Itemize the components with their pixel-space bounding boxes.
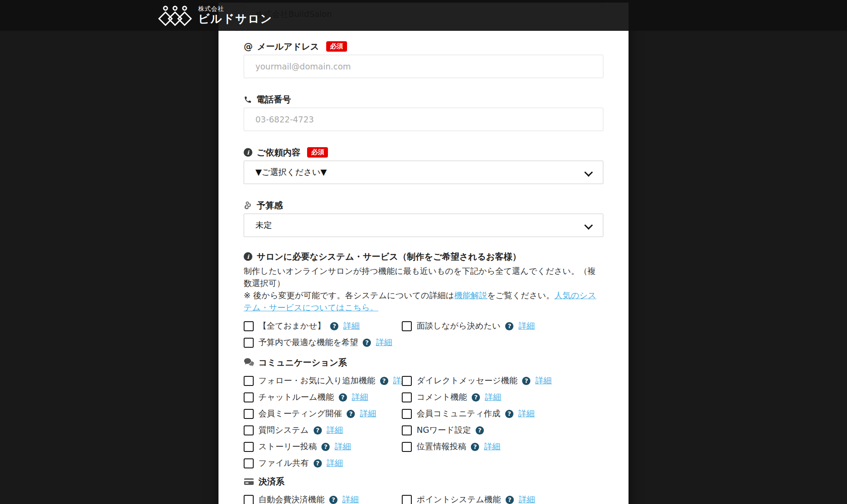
feature-checkbox[interactable]	[402, 409, 412, 419]
detail-link[interactable]: 詳細	[535, 375, 552, 386]
feature-item: チャットルーム機能 ? 詳細	[244, 389, 402, 405]
detail-link[interactable]: 詳細	[376, 337, 392, 348]
email-label: メールアドレス	[257, 41, 319, 53]
feature-item: 会員コミュニティ作成 ? 詳細	[402, 405, 603, 422]
feature-item: 自動会費決済機能 ? 詳細	[244, 491, 402, 504]
question-circle-icon[interactable]: ?	[522, 377, 530, 385]
budget-label-row: 予算感	[244, 200, 603, 211]
required-badge: 必須	[326, 41, 347, 52]
question-circle-icon[interactable]: ?	[363, 339, 371, 347]
feature-checkbox[interactable]	[402, 376, 412, 386]
detail-link[interactable]: 詳細	[485, 392, 501, 403]
question-circle-icon[interactable]: ?	[314, 426, 322, 435]
request-select[interactable]: ▼ご選択ください▼	[244, 161, 603, 184]
feature-checkbox[interactable]	[402, 392, 412, 402]
feature-label: 会員コミュニティ作成	[417, 408, 500, 419]
feature-label: 会員ミーティング開催	[258, 408, 342, 419]
detail-link[interactable]: 詳細	[342, 494, 359, 504]
feature-checkbox[interactable]	[244, 392, 254, 402]
logo-text: 株式会社 ビルドサロン	[198, 6, 273, 25]
feature-grid: 自動会費決済機能 ? 詳細 ポイントシステム機能 ? 詳細 会費のキャリア決済 …	[244, 491, 603, 504]
feature-label: 自動会費決済機能	[258, 494, 324, 504]
logo-company-type: 株式会社	[198, 6, 273, 13]
feature-label: 質問システム	[258, 425, 309, 436]
feature-label: 面談しながら決めたい	[417, 320, 500, 332]
detail-link[interactable]: 詳細	[360, 408, 376, 419]
feature-item: フォロー・お気に入り追加機能 ? 詳細	[244, 372, 402, 389]
at-sign-icon: @	[244, 41, 253, 52]
request-label-row: i ご依頼内容 必須	[244, 147, 603, 158]
phone-input[interactable]	[244, 108, 603, 131]
request-label: ご依頼内容	[257, 147, 300, 158]
detail-link[interactable]: 詳細	[343, 320, 360, 332]
question-circle-icon[interactable]: ?	[339, 393, 347, 402]
question-circle-icon[interactable]: ?	[380, 377, 388, 385]
feature-grid: 【全ておまかせ】 ? 詳細 面談しながら決めたい ? 詳細 予算内で最適な機能を…	[244, 318, 603, 351]
email-input[interactable]	[244, 55, 603, 78]
feature-label: ファイル共有	[258, 458, 309, 469]
feature-checkbox[interactable]	[244, 425, 254, 435]
credit-card-icon	[244, 477, 254, 486]
feature-item: ファイル共有 ? 詳細	[244, 455, 402, 471]
logo-company-name: ビルドサロン	[198, 13, 273, 25]
question-circle-icon[interactable]: ?	[472, 393, 480, 402]
feature-checkbox[interactable]	[244, 495, 254, 504]
feature-label: コメント機能	[417, 392, 467, 403]
feature-item: ダイレクトメッセージ機能 ? 詳細	[402, 372, 603, 389]
feature-item: 会員ミーティング開催 ? 詳細	[244, 405, 402, 422]
phone-label-row: 電話番号	[244, 94, 603, 105]
question-circle-icon[interactable]: ?	[329, 496, 337, 504]
question-circle-icon[interactable]: ?	[476, 426, 484, 435]
detail-link[interactable]: 詳細	[352, 392, 368, 403]
detail-link[interactable]: 詳細	[484, 441, 500, 452]
feature-checkbox[interactable]	[402, 442, 412, 452]
question-circle-icon[interactable]: ?	[505, 410, 513, 418]
detail-link[interactable]: 詳細	[327, 425, 343, 436]
feature-group-heading: 決済系	[244, 476, 603, 487]
detail-link[interactable]: 詳細	[518, 408, 535, 419]
feature-label: 位置情報投稿	[417, 441, 466, 452]
note-middle: をご覧ください。	[487, 290, 555, 300]
feature-checkbox[interactable]	[402, 425, 412, 435]
question-circle-icon[interactable]: ?	[314, 459, 322, 468]
feature-checkbox[interactable]	[244, 458, 254, 468]
company-logo[interactable]: 株式会社 ビルドサロン	[158, 5, 273, 26]
feature-checkbox[interactable]	[244, 409, 254, 419]
detail-link[interactable]: 詳細	[334, 441, 351, 452]
feature-item: コメント機能 ? 詳細	[402, 389, 603, 405]
feature-checkbox[interactable]	[244, 442, 254, 452]
phone-icon	[244, 96, 252, 104]
budget-select-value: 未定	[255, 220, 272, 231]
form-card: @ メールアドレス 必須 電話番号 i ご依頼内容 必須 ▼ご選択ください▼	[218, 3, 629, 504]
question-circle-icon[interactable]: ?	[506, 496, 514, 504]
feature-label: フォロー・お気に入り追加機能	[258, 375, 375, 386]
app-header: 株式会社 ビルドサロン	[0, 0, 847, 31]
detail-link[interactable]: 詳細	[519, 494, 535, 504]
feature-item: ポイントシステム機能 ? 詳細	[402, 491, 603, 504]
question-circle-icon[interactable]: ?	[321, 443, 330, 451]
budget-select[interactable]: 未定	[244, 214, 603, 237]
feature-checkbox[interactable]	[402, 321, 412, 331]
question-circle-icon[interactable]: ?	[347, 410, 355, 418]
page-viewport: @ メールアドレス 必須 電話番号 i ご依頼内容 必須 ▼ご選択ください▼	[0, 0, 847, 504]
question-circle-icon[interactable]: ?	[505, 322, 513, 330]
feature-checkbox[interactable]	[244, 321, 254, 331]
request-select-value: ▼ご選択ください▼	[255, 167, 327, 178]
feature-label: ストーリー投稿	[258, 441, 317, 452]
feature-grid: フォロー・お気に入り追加機能 ? 詳細 ダイレクトメッセージ機能 ? 詳細 チャ…	[244, 372, 603, 471]
chevron-down-icon	[584, 168, 593, 177]
feature-guide-link[interactable]: 機能解説	[454, 290, 487, 300]
feature-group-heading-text: 決済系	[258, 476, 285, 488]
feature-checkbox[interactable]	[244, 338, 254, 348]
question-circle-icon[interactable]: ?	[330, 322, 338, 330]
feature-item: NGワード設定 ?	[402, 422, 603, 438]
feature-item: 質問システム ? 詳細	[244, 422, 402, 438]
feature-checkbox[interactable]	[244, 376, 254, 386]
question-circle-icon[interactable]: ?	[471, 443, 479, 451]
detail-link[interactable]: 詳細	[327, 458, 343, 469]
feature-checkbox[interactable]	[402, 495, 412, 504]
feature-group-heading: コミュニケーション系	[244, 357, 603, 368]
detail-link[interactable]: 詳細	[518, 320, 535, 332]
feature-item: 予算内で最適な機能を希望 ? 詳細	[244, 334, 402, 351]
services-description: 制作したいオンラインサロンが持つ機能に最も近いものを下記から全て選んでください。…	[244, 265, 603, 289]
